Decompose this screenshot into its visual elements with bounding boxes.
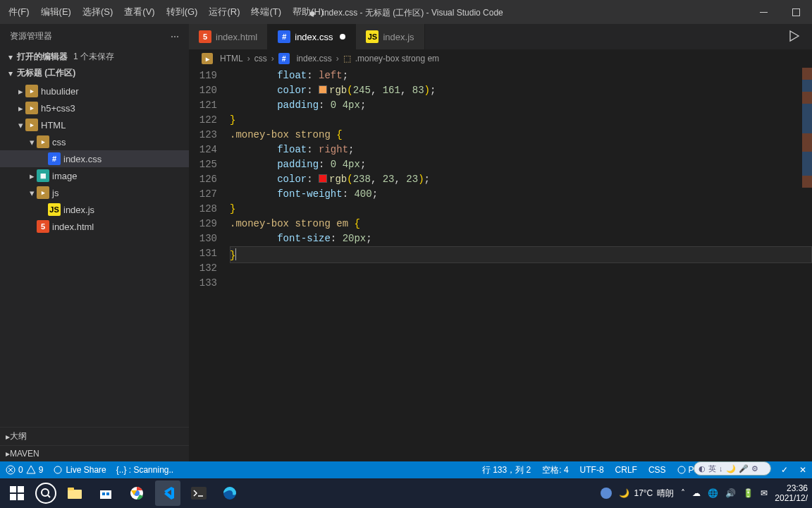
status-errors[interactable]: 0 9	[6, 465, 43, 475]
svg-rect-0	[760, 12, 768, 13]
folder-HTML[interactable]: ▾▸HTML	[0, 116, 189, 133]
tab-label: index.css	[295, 32, 333, 42]
code-line[interactable]: float: left;	[230, 68, 812, 83]
tree-label: HTML	[41, 120, 66, 131]
status-close-icon[interactable]: ✕	[799, 465, 806, 475]
svg-rect-6	[18, 486, 24, 492]
file-index.html[interactable]: 5index.html	[0, 218, 189, 235]
tree-label: css	[52, 137, 66, 147]
maven-header[interactable]: ▸ MAVEN	[0, 445, 189, 461]
code-lines[interactable]: float: left; color: rgb(245, 161, 83); p…	[230, 68, 812, 461]
tab-index.css[interactable]: #index.css	[268, 24, 356, 49]
folder-js[interactable]: ▾▸js	[0, 184, 189, 201]
tab-index.html[interactable]: 5index.html	[189, 24, 268, 49]
tab-index.js[interactable]: JSindex.js	[356, 24, 424, 49]
menu-view[interactable]: 查看(V)	[118, 1, 160, 23]
tray-clock[interactable]: 23:36 2021/12/	[775, 483, 808, 503]
status-ln-col[interactable]: 行 133，列 2	[482, 464, 531, 476]
status-scanning[interactable]: {..} : Scanning..	[116, 465, 173, 475]
tray-battery-icon[interactable]: 🔋	[743, 488, 753, 498]
code-line[interactable]: padding: 0 4px;	[230, 157, 812, 172]
tray-volume-icon[interactable]: 🔊	[725, 488, 736, 498]
file-index.css[interactable]: #index.css	[0, 150, 189, 167]
folder-h5+css3[interactable]: ▸▸h5+css3	[0, 99, 189, 116]
menu-bar: 件(F) 编辑(E) 选择(S) 查看(V) 转到(G) 运行(R) 终端(T)…	[0, 1, 329, 23]
menu-file[interactable]: 件(F)	[3, 1, 35, 23]
code-line[interactable]: }	[230, 202, 812, 217]
tray-app-icon[interactable]	[601, 488, 612, 499]
tray-mail-icon[interactable]: ✉	[761, 488, 768, 498]
status-lang[interactable]: CSS	[648, 465, 666, 475]
chevron-right-icon: ›	[336, 54, 339, 64]
chevron-down-icon: ▾	[16, 120, 25, 131]
folder-hubulider[interactable]: ▸▸hubulider	[0, 83, 189, 99]
code-line[interactable]: font-weight: 400;	[230, 187, 812, 202]
status-encoding[interactable]: UTF-8	[580, 465, 604, 475]
code-line[interactable]: }	[230, 113, 812, 128]
tray-onedrive-icon[interactable]: ☁	[692, 488, 701, 498]
warning-icon	[26, 465, 36, 475]
code-line[interactable]: color: rgb(245, 161, 83);	[230, 83, 812, 98]
file-index.js[interactable]: JSindex.js	[0, 201, 189, 218]
folder-css[interactable]: ▾▸css	[0, 133, 189, 150]
code-editor[interactable]: 1191201211221231241251261271281291301311…	[189, 68, 812, 461]
menu-edit[interactable]: 编辑(E)	[35, 1, 77, 23]
liveshare-icon	[53, 465, 63, 475]
code-line[interactable]: padding: 0 4px;	[230, 98, 812, 113]
maximize-button[interactable]	[780, 0, 812, 24]
taskbar-vscode-icon[interactable]	[155, 480, 180, 506]
menu-selection[interactable]: 选择(S)	[77, 1, 118, 23]
taskbar-chrome-icon[interactable]	[124, 480, 149, 506]
menu-terminal[interactable]: 终端(T)	[245, 1, 287, 23]
menu-run[interactable]: 运行(R)	[203, 1, 245, 23]
explorer-panel: 资源管理器 ⋯ ▾ 打开的编辑器 1 个未保存 ▾ 无标题 (工作区) ▸▸hu…	[0, 24, 189, 461]
weather-widget[interactable]: 🌙 17°C 晴朗	[619, 488, 674, 500]
css-icon: #	[278, 53, 290, 64]
minimize-button[interactable]	[747, 0, 780, 24]
menu-help[interactable]: 帮助(H)	[287, 1, 329, 23]
workspace-header[interactable]: ▾ 无标题 (工作区)	[0, 65, 189, 81]
ime-toolbar[interactable]: ◐ 英↓🌙🎤⚙	[694, 461, 771, 476]
svg-point-9	[42, 489, 49, 496]
open-editors-header[interactable]: ▾ 打开的编辑器 1 个未保存	[0, 49, 189, 65]
crumb-label[interactable]: .money-box strong em	[355, 54, 439, 64]
crumb-label[interactable]: index.css	[297, 54, 332, 64]
menu-go[interactable]: 转到(G)	[161, 1, 204, 23]
taskbar-store-icon[interactable]	[93, 480, 118, 506]
tree-label: index.html	[52, 222, 94, 232]
outline-header[interactable]: ▸ 大纲	[0, 427, 189, 445]
more-icon[interactable]: ⋯	[171, 32, 179, 42]
code-line[interactable]: color: rgb(238, 23, 23);	[230, 172, 812, 187]
crumb-label[interactable]: HTML	[220, 54, 243, 64]
code-line[interactable]: font-size: 20px;	[230, 231, 812, 246]
crumb-label[interactable]: css	[254, 54, 267, 64]
taskbar-explorer-icon[interactable]	[62, 480, 87, 506]
html-icon: 5	[199, 30, 211, 43]
code-line[interactable]: float: right;	[230, 143, 812, 157]
taskbar-search[interactable]	[35, 483, 56, 504]
minimap[interactable]	[802, 68, 812, 188]
tray-chevron-icon[interactable]: ˄	[681, 488, 685, 498]
code-line[interactable]: .money-box strong {	[230, 128, 812, 143]
tray-network-icon[interactable]: 🌐	[708, 488, 718, 498]
taskbar-terminal-icon[interactable]	[186, 480, 211, 506]
main-area: 资源管理器 ⋯ ▾ 打开的编辑器 1 个未保存 ▾ 无标题 (工作区) ▸▸hu…	[0, 24, 812, 461]
title-bar: 件(F) 编辑(E) 选择(S) 查看(V) 转到(G) 运行(R) 终端(T)…	[0, 0, 812, 24]
status-eol[interactable]: CRLF	[615, 465, 637, 475]
run-icon[interactable]	[788, 30, 801, 42]
code-line[interactable]: }	[230, 246, 812, 263]
tree-label: h5+css3	[41, 103, 75, 114]
folder-image[interactable]: ▸▦image	[0, 167, 189, 184]
breadcrumb[interactable]: ▸HTML›css›#index.css›⬚.money-box strong …	[189, 49, 812, 68]
editor-tabs: 5index.html#index.cssJSindex.js	[189, 24, 812, 49]
start-button[interactable]	[4, 480, 30, 506]
error-icon	[6, 465, 16, 475]
svg-rect-7	[10, 494, 16, 500]
broadcast-icon	[677, 466, 686, 474]
code-line[interactable]: .money-box strong em {	[230, 217, 812, 231]
status-spaces[interactable]: 空格: 4	[542, 464, 568, 476]
status-liveshare[interactable]: Live Share	[53, 465, 106, 475]
status-prettier[interactable]: ✓	[781, 465, 788, 475]
dirty-dot-icon	[340, 34, 345, 40]
taskbar-edge-icon[interactable]	[217, 480, 242, 506]
